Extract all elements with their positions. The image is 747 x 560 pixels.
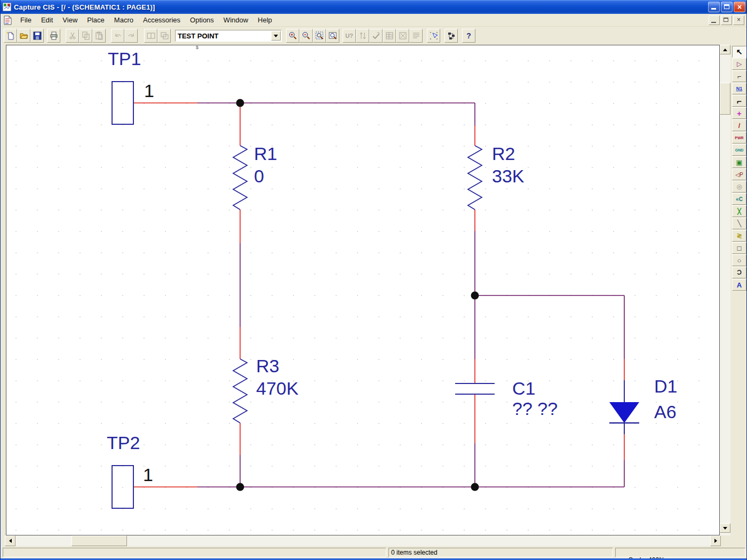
tile-window-button[interactable] <box>144 29 157 43</box>
tp1-refdes[interactable]: TP1 <box>108 47 141 70</box>
menu-place[interactable]: Place <box>82 14 109 26</box>
r1-value[interactable]: 0 <box>254 165 264 187</box>
place-hierarchical-pin-button[interactable]: ◎ <box>732 181 746 193</box>
place-polyline-button[interactable]: ≷ <box>732 230 746 242</box>
resistor-r2-symbol[interactable] <box>468 146 482 210</box>
menu-macro[interactable]: Macro <box>109 14 138 26</box>
bom-button[interactable] <box>396 29 409 43</box>
tp1-pin-number[interactable]: 1 <box>144 81 154 101</box>
r3-value[interactable]: 470K <box>256 377 298 399</box>
new-button[interactable] <box>4 29 17 43</box>
place-bus-entry-button[interactable]: / <box>732 119 746 131</box>
status-selection: 0 items selected <box>388 548 613 557</box>
hierarchy-button[interactable] <box>444 29 458 43</box>
select-tool-button[interactable]: ↖ <box>732 46 746 58</box>
zoom-out-button[interactable] <box>299 29 313 43</box>
redo-button[interactable] <box>124 29 138 43</box>
status-scale-coords: Scale=400% X=5.00 Y=3.20 <box>615 548 745 557</box>
testpoint-tp2-symbol[interactable] <box>112 466 133 508</box>
snap-to-grid-button[interactable] <box>427 29 440 43</box>
copy-button[interactable] <box>79 29 92 43</box>
capacitor-c1-symbol[interactable] <box>455 383 495 394</box>
horizontal-scrollbar[interactable] <box>5 535 721 546</box>
report-icon <box>412 31 420 40</box>
schematic-canvas[interactable]: s <box>6 45 720 535</box>
restore-button[interactable] <box>721 2 733 12</box>
place-ellipse-button[interactable]: ○ <box>732 254 746 266</box>
place-arc-button[interactable]: Ɔ <box>732 267 746 278</box>
undo-icon <box>114 31 122 40</box>
r2-refdes[interactable]: R2 <box>492 142 515 165</box>
update-properties-button[interactable] <box>356 29 369 43</box>
place-line-button[interactable]: ╲ <box>732 218 746 229</box>
part-combo[interactable]: TEST POINT <box>175 30 282 42</box>
zoom-area-button[interactable] <box>313 29 326 43</box>
place-part-button[interactable]: ▷ <box>732 58 746 70</box>
place-junction-button[interactable]: + <box>732 107 746 119</box>
d1-value[interactable]: A6 <box>654 401 677 423</box>
menu-options[interactable]: Options <box>185 14 219 26</box>
open-button[interactable] <box>17 29 30 43</box>
place-ground-button[interactable]: GND <box>732 144 746 156</box>
c1-refdes[interactable]: C1 <box>512 377 535 399</box>
redo-icon <box>127 31 136 40</box>
scroll-left-button[interactable] <box>5 535 15 546</box>
menu-file[interactable]: File <box>15 14 36 26</box>
cut-button[interactable] <box>66 29 79 43</box>
menu-window[interactable]: Window <box>219 14 253 26</box>
mdi-minimize-button[interactable] <box>709 15 720 25</box>
minimize-button[interactable] <box>708 2 720 12</box>
close-button[interactable]: × <box>734 2 745 12</box>
tp2-refdes[interactable]: TP2 <box>107 431 140 454</box>
zoom-all-button[interactable] <box>326 29 339 43</box>
menu-edit[interactable]: Edit <box>36 14 58 26</box>
c1-value[interactable]: ?? ?? <box>512 397 558 420</box>
place-off-page-connector-button[interactable]: «C <box>732 193 746 205</box>
annotate-button[interactable]: U? <box>343 29 356 43</box>
cascade-window-button[interactable] <box>157 29 171 43</box>
vertical-scroll-thumb[interactable] <box>720 83 730 115</box>
place-hierarchical-port-button[interactable]: ◁P <box>732 169 746 180</box>
netlist-button[interactable] <box>383 29 396 43</box>
place-hierarchical-block-button[interactable]: ▣ <box>732 156 746 168</box>
resistor-r1-symbol[interactable] <box>233 146 247 210</box>
undo-button[interactable] <box>111 29 124 43</box>
menu-view[interactable]: View <box>58 14 82 26</box>
place-net-alias-button[interactable]: N1 <box>732 83 746 94</box>
place-power-button[interactable]: PWR <box>732 132 746 143</box>
d1-refdes[interactable]: D1 <box>654 375 677 397</box>
paste-button[interactable] <box>92 29 106 43</box>
zoom-in-button[interactable] <box>286 29 299 43</box>
help-button[interactable]: ? <box>462 29 475 43</box>
testpoint-tp1-symbol[interactable] <box>112 82 133 124</box>
open-icon <box>20 31 28 40</box>
place-rectangle-button[interactable]: □ <box>732 242 746 254</box>
r2-value[interactable]: 33K <box>492 165 525 187</box>
r1-refdes[interactable]: R1 <box>254 142 277 165</box>
drc-button[interactable] <box>369 29 383 43</box>
chevron-down-icon <box>274 35 278 37</box>
menu-accessories[interactable]: Accessories <box>138 14 185 26</box>
r3-refdes[interactable]: R3 <box>256 355 279 377</box>
horizontal-scroll-thumb[interactable] <box>71 535 127 546</box>
diode-d1-symbol[interactable] <box>609 380 639 434</box>
mdi-restore-button[interactable] <box>721 15 732 25</box>
resistor-r3-symbol[interactable] <box>233 359 247 423</box>
vertical-scrollbar[interactable] <box>720 45 730 535</box>
place-text-button[interactable]: A <box>732 279 746 291</box>
scroll-up-button[interactable] <box>720 45 730 54</box>
combo-dropdown-button[interactable] <box>271 31 281 41</box>
pin-segments[interactable] <box>133 103 624 487</box>
tp2-pin-number[interactable]: 1 <box>143 465 153 485</box>
scroll-right-button[interactable] <box>710 535 721 546</box>
place-no-connect-button[interactable]: ╳ <box>732 205 746 217</box>
place-bus-button[interactable]: ⌐ <box>732 95 746 107</box>
report-button[interactable] <box>409 29 423 43</box>
print-button[interactable] <box>47 29 60 43</box>
menu-help[interactable]: Help <box>253 14 277 26</box>
scroll-down-button[interactable] <box>720 523 730 533</box>
place-wire-button[interactable]: ⌐ <box>732 70 746 82</box>
save-button[interactable] <box>30 29 44 43</box>
titlebar[interactable]: Capture CIS - [/ - (SCHEMATIC1 : PAGE1)]… <box>1 0 747 14</box>
mdi-close-button[interactable]: × <box>733 15 744 25</box>
